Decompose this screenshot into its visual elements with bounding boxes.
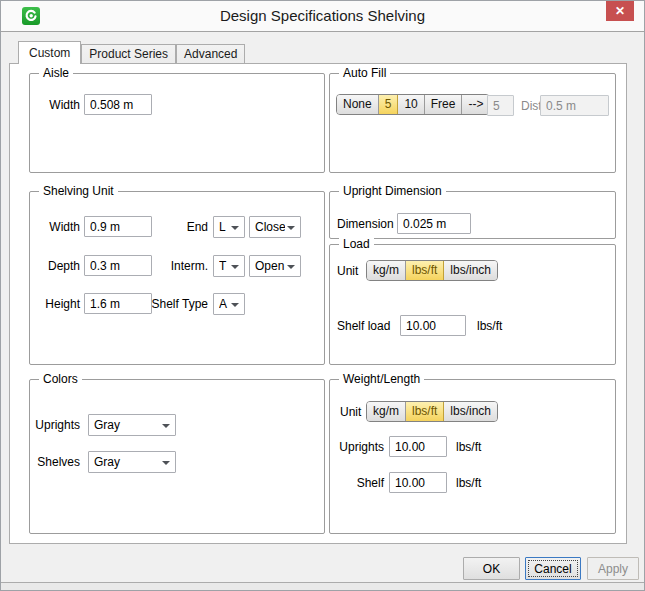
- weight-shelf-unit-text: lbs/ft: [456, 476, 481, 490]
- shelf-load-label: Shelf load: [337, 319, 390, 333]
- weight-uprights-unit-text: lbs/ft: [456, 440, 481, 454]
- colors-uprights-label: Uprights: [34, 418, 80, 432]
- weight-unit-lbsinch-button[interactable]: lbs/inch: [444, 402, 497, 421]
- load-unit-kgm-button[interactable]: kg/m: [367, 261, 406, 280]
- dropdown-arrow-icon: [287, 265, 295, 269]
- weight-uprights-input[interactable]: [389, 436, 447, 457]
- shelf-type-label: Shelf Type: [140, 297, 208, 311]
- dimension-label: Dimension: [337, 217, 394, 231]
- shelving-width-input[interactable]: [84, 216, 152, 237]
- load-unit-lbsinch-button[interactable]: lbs/inch: [444, 261, 497, 280]
- dimension-input[interactable]: [397, 213, 471, 234]
- group-weight-length-title: Weight/Length: [339, 372, 424, 387]
- aisle-width-input[interactable]: [84, 94, 152, 115]
- window-title: Design Specifications Shelving: [1, 7, 644, 24]
- load-unit-label: Unit: [337, 264, 358, 278]
- shelf-load-unit-text: lbs/ft: [477, 319, 502, 333]
- dialog-window: Design Specifications Shelving ✕ Aisle W…: [0, 0, 645, 591]
- shelf-type-dropdown[interactable]: A: [213, 293, 245, 315]
- weight-shelf-label: Shelf: [332, 476, 384, 490]
- group-upright-dimension: Upright Dimension Dimension: [329, 191, 616, 239]
- tab-advanced[interactable]: Advanced: [176, 44, 245, 63]
- weight-unit-lbsft-button[interactable]: lbs/ft: [406, 402, 444, 421]
- tab-product-series[interactable]: Product Series: [81, 44, 176, 63]
- aisle-width-label: Width: [36, 98, 80, 112]
- shelving-interm-label: Interm.: [150, 259, 208, 273]
- weight-unit-label: Unit: [340, 405, 361, 419]
- group-aisle-title: Aisle: [39, 66, 73, 81]
- close-button[interactable]: ✕: [606, 1, 634, 21]
- auto-fill-5-button[interactable]: 5: [379, 95, 399, 114]
- tab-panel: Aisle Width Auto Fill None 5 10 Free -->…: [9, 63, 627, 544]
- window-bottom-frame: [1, 582, 644, 591]
- auto-fill-mode-segmented: None 5 10 Free -->: [336, 94, 490, 115]
- auto-fill-free-button[interactable]: Free: [425, 95, 463, 114]
- ok-button[interactable]: OK: [463, 557, 520, 580]
- auto-fill-10-button[interactable]: 10: [398, 95, 424, 114]
- group-load-title: Load: [339, 237, 374, 252]
- auto-fill-count-input: [487, 95, 514, 116]
- auto-fill-dist-input: [540, 95, 609, 116]
- end-type-dropdown[interactable]: Closed: [249, 216, 301, 238]
- dropdown-arrow-icon: [231, 303, 239, 307]
- dropdown-arrow-icon: [162, 461, 170, 465]
- weight-unit-segmented: kg/m lbs/ft lbs/inch: [366, 401, 498, 422]
- uprights-color-dropdown[interactable]: Gray: [88, 414, 176, 436]
- apply-button: Apply: [587, 557, 639, 580]
- group-auto-fill-title: Auto Fill: [339, 66, 390, 81]
- shelves-color-dropdown[interactable]: Gray: [88, 451, 176, 473]
- group-upright-dimension-title: Upright Dimension: [339, 184, 446, 199]
- load-unit-segmented: kg/m lbs/ft lbs/inch: [366, 260, 498, 281]
- tab-bar: Custom Product Series Advanced: [18, 41, 245, 64]
- group-auto-fill: Auto Fill None 5 10 Free --> Dist.: [329, 73, 616, 173]
- interm-side-dropdown[interactable]: T: [213, 255, 245, 277]
- auto-fill-none-button[interactable]: None: [337, 95, 379, 114]
- colors-shelves-label: Shelves: [34, 455, 80, 469]
- close-icon: ✕: [615, 4, 625, 18]
- group-colors-title: Colors: [39, 372, 82, 387]
- shelf-load-input[interactable]: [400, 315, 466, 336]
- group-load: Load Unit kg/m lbs/ft lbs/inch Shelf loa…: [329, 244, 616, 365]
- title-bar: Design Specifications Shelving ✕: [1, 1, 644, 32]
- shelving-width-label: Width: [36, 220, 80, 234]
- tab-custom[interactable]: Custom: [18, 41, 81, 64]
- dropdown-arrow-icon: [231, 265, 239, 269]
- shelving-height-label: Height: [36, 297, 80, 311]
- group-shelving-unit: Shelving Unit Width End L Closed Depth I…: [29, 191, 325, 365]
- cancel-button[interactable]: Cancel: [525, 557, 581, 580]
- group-aisle: Aisle Width: [29, 73, 325, 173]
- end-side-dropdown[interactable]: L: [213, 216, 245, 238]
- shelving-end-label: End: [150, 220, 208, 234]
- weight-shelf-input[interactable]: [389, 472, 447, 493]
- weight-uprights-label: Uprights: [332, 440, 384, 454]
- dropdown-arrow-icon: [231, 226, 239, 230]
- group-shelving-unit-title: Shelving Unit: [39, 184, 118, 199]
- group-weight-length: Weight/Length Unit kg/m lbs/ft lbs/inch …: [329, 379, 616, 534]
- group-colors: Colors Uprights Gray Shelves Gray: [29, 379, 325, 534]
- load-unit-lbsft-button[interactable]: lbs/ft: [406, 261, 444, 280]
- shelving-depth-input[interactable]: [84, 255, 152, 276]
- interm-type-dropdown[interactable]: Open: [249, 255, 301, 277]
- dropdown-arrow-icon: [162, 424, 170, 428]
- auto-fill-arrow-button[interactable]: -->: [462, 95, 489, 114]
- shelving-depth-label: Depth: [36, 259, 80, 273]
- weight-unit-kgm-button[interactable]: kg/m: [367, 402, 406, 421]
- dropdown-arrow-icon: [287, 226, 295, 230]
